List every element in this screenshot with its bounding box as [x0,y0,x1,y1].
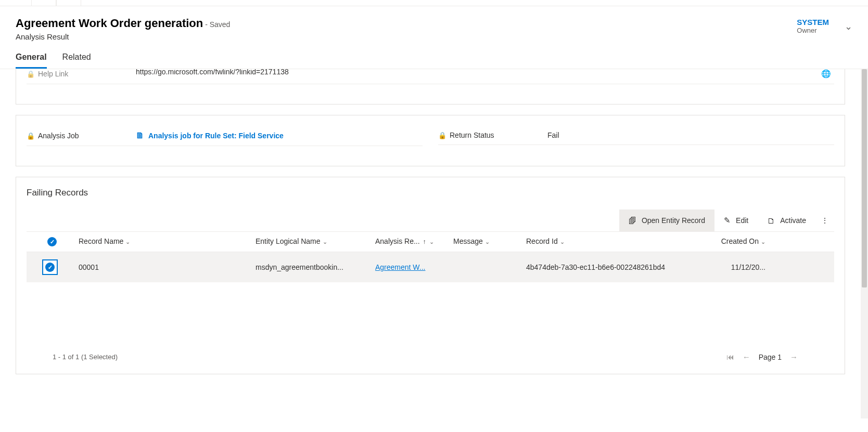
chevron-down-icon: ⌄ [429,239,434,245]
lock-icon: 🔒 [27,70,35,78]
owner-value: SYSTEM [797,18,829,27]
chevron-down-icon[interactable]: ⌄ [845,18,852,32]
entity-subtitle: Analysis Result [16,32,230,41]
chevron-down-icon: ⌄ [761,239,765,245]
sort-ascending-icon: ↑ [423,238,426,245]
scrollbar-track[interactable] [861,69,868,418]
table-row[interactable]: ✓ 00001 msdyn_agreementbookin... Agreeme… [27,252,834,282]
cell-record-id: 4b474deb-7a30-ec11-b6e6-002248261bd4 [526,263,708,271]
form-tabs: General Related [0,41,868,69]
column-message[interactable]: Message⌄ [453,237,526,246]
grid-footer: 1 - 1 of 1 (1 Selected) ⏮ ← Page 1 → [32,343,819,361]
form-header: Agreement Work Order generation - Saved … [0,6,868,41]
pager: ⏮ ← Page 1 → [726,352,798,361]
first-page-icon[interactable]: ⏮ [726,352,734,361]
chevron-down-icon: ⌄ [323,239,327,245]
document-icon: 🗎 [136,131,144,140]
more-vertical-icon: ⋮ [821,216,828,225]
chevron-down-icon: ⌄ [485,239,490,245]
globe-icon[interactable]: 🌐 [821,69,834,78]
chevron-down-icon: ⌄ [560,239,565,245]
column-record-name[interactable]: Record Name⌄ [79,237,256,246]
help-link-value[interactable]: https://go.microsoft.com/fwlink/?linkid=… [136,69,821,76]
return-status-value: Fail [547,131,834,139]
grid-header: ✓ Record Name⌄ Entity Logical Name⌄ Anal… [27,232,834,252]
previous-page-icon[interactable]: ← [743,352,750,361]
help-link-label: Help Link [38,70,68,78]
lock-icon: 🔒 [27,132,35,140]
pencil-icon: ✎ [724,216,731,225]
lock-icon: 🔒 [438,132,446,139]
activate-button[interactable]: 🗋 Activate [758,210,815,231]
form-content: 🔒 Help Link https://go.microsoft.com/fwl… [0,69,868,418]
edit-button[interactable]: ✎ Edit [714,210,758,231]
activate-icon: 🗋 [767,216,775,225]
scrollbar-thumb[interactable] [862,69,867,287]
record-count: 1 - 1 of 1 (1 Selected) [53,353,118,361]
column-record-id[interactable]: Record Id⌄ [526,237,708,246]
owner-block[interactable]: SYSTEM Owner [797,18,829,34]
analysis-job-label: Analysis Job [38,132,79,140]
select-all-checkbox[interactable]: ✓ [47,237,57,246]
return-status-label: Return Status [450,131,494,139]
next-page-icon[interactable]: → [790,352,798,361]
more-commands-button[interactable]: ⋮ [815,210,834,231]
cell-entity: msdyn_agreementbookin... [256,263,375,271]
window-tabs-strip [0,0,868,6]
failing-records-section: Failing Records 🗐 Open Entity Record ✎ E… [16,177,845,374]
chevron-down-icon: ⌄ [125,239,130,245]
cell-record-name: 00001 [79,263,256,271]
cell-created-on: 11/12/20... [708,263,765,271]
analysis-card: 🔒 Analysis Job 🗎 Analysis job for Rule S… [16,115,845,166]
saved-status: - Saved [205,20,230,29]
tab-related[interactable]: Related [62,53,91,69]
page-number: Page 1 [759,353,782,361]
failing-records-title: Failing Records [27,188,834,198]
analysis-job-link[interactable]: 🗎 Analysis job for Rule Set: Field Servi… [136,131,423,140]
open-entity-record-button[interactable]: 🗐 Open Entity Record [619,210,714,231]
column-created-on[interactable]: Created On⌄ [708,237,765,246]
tab-general[interactable]: General [16,53,47,69]
page-title: Agreement Work Order generation [16,17,203,30]
open-record-icon: 🗐 [629,216,636,225]
subgrid-toolbar: 🗐 Open Entity Record ✎ Edit 🗋 Activate ⋮ [27,210,834,232]
cell-analysis-link[interactable]: Agreement W... [375,263,425,271]
row-checkbox[interactable]: ✓ [42,259,58,275]
owner-label: Owner [797,27,829,34]
column-analysis-result[interactable]: Analysis Re...↑⌄ [375,237,453,246]
help-link-card: 🔒 Help Link https://go.microsoft.com/fwl… [16,69,845,104]
column-entity-logical-name[interactable]: Entity Logical Name⌄ [256,237,375,246]
